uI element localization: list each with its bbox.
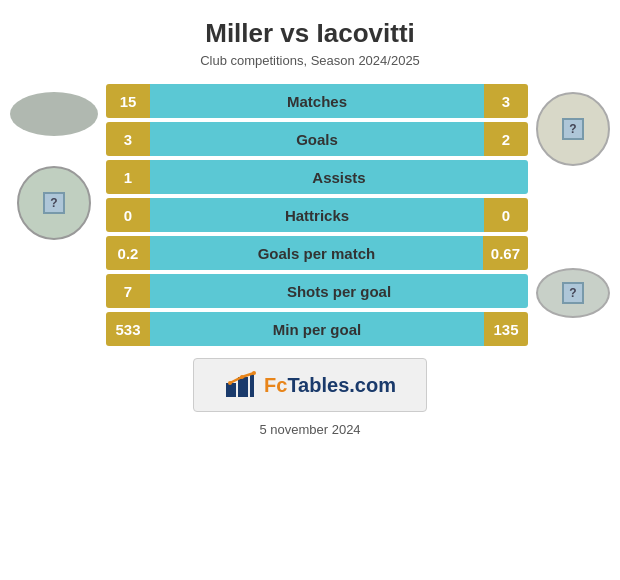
stat-left-0: 15 [106,84,150,118]
left-avatar-top [10,92,98,136]
stat-label-0: Matches [150,84,484,118]
stat-left-4: 0.2 [106,236,150,270]
stat-right-0: 3 [484,84,528,118]
page-subtitle: Club competitions, Season 2024/2025 [200,53,420,68]
comparison-area: ? 15Matches33Goals21Assists0Hattricks00.… [0,74,620,346]
svg-point-5 [252,371,256,375]
stat-label-2: Assists [150,160,528,194]
left-avatars: ? [10,92,98,240]
svg-rect-0 [226,383,236,397]
stat-row: 1Assists [106,160,528,194]
stat-left-1: 3 [106,122,150,156]
stat-row: 0Hattricks0 [106,198,528,232]
right-avatar-top-placeholder: ? [562,118,584,140]
stat-label-1: Goals [150,122,484,156]
stat-row: 0.2Goals per match0.67 [106,236,528,270]
right-avatar-bottom: ? [536,268,610,318]
stat-row: 533Min per goal135 [106,312,528,346]
stat-right-1: 2 [484,122,528,156]
main-container: Miller vs Iacovitti Club competitions, S… [0,0,620,580]
logo-text: FcTables.com [264,374,396,397]
header: Miller vs Iacovitti Club competitions, S… [200,0,420,74]
logo-icon [224,369,256,401]
svg-rect-1 [238,377,248,397]
stat-label-5: Shots per goal [150,274,528,308]
stat-left-2: 1 [106,160,150,194]
svg-rect-2 [250,373,254,397]
svg-point-4 [240,375,244,379]
logo-area: FcTables.com [193,358,427,412]
stat-left-3: 0 [106,198,150,232]
stats-area: 15Matches33Goals21Assists0Hattricks00.2G… [106,84,528,346]
stat-row: 7Shots per goal [106,274,528,308]
right-avatar-bottom-placeholder: ? [562,282,584,304]
left-avatar-main: ? [17,166,91,240]
stat-label-3: Hattricks [150,198,484,232]
page-title: Miller vs Iacovitti [200,18,420,49]
stat-label-6: Min per goal [150,312,484,346]
stat-right-3: 0 [484,198,528,232]
logo-text-fc: Fc [264,374,287,396]
stat-left-5: 7 [106,274,150,308]
left-avatar-placeholder: ? [43,192,65,214]
right-avatar-top: ? [536,92,610,166]
stat-right-6: 135 [484,312,528,346]
stat-left-6: 533 [106,312,150,346]
stat-row: 3Goals2 [106,122,528,156]
svg-point-3 [228,381,232,385]
date-footer: 5 november 2024 [259,422,360,437]
right-avatars: ? ? [536,92,610,318]
logo-text-tables: Tables.com [287,374,396,396]
stat-row: 15Matches3 [106,84,528,118]
stat-right-4: 0.67 [483,236,528,270]
stat-label-4: Goals per match [150,236,483,270]
